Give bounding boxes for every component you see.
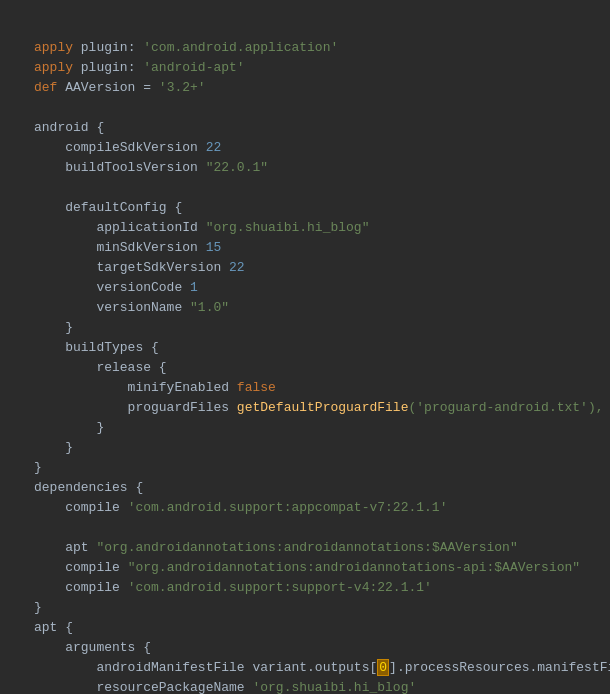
token: apply — [34, 40, 73, 55]
token: "22.0.1" — [206, 160, 268, 175]
line-content: android { — [30, 119, 610, 137]
line-content: minSdkVersion 15 — [30, 239, 610, 257]
token: 'org.shuaibi.hi_blog' — [252, 680, 416, 694]
token: versionName — [34, 300, 190, 315]
code-line: } — [0, 458, 610, 478]
code-line: } — [0, 418, 610, 438]
code-line — [0, 178, 610, 198]
line-content — [30, 519, 610, 537]
code-line: apt { — [0, 618, 610, 638]
token: release — [34, 360, 159, 375]
line-content: } — [30, 599, 610, 617]
code-line: proguardFiles getDefaultProguardFile('pr… — [0, 398, 610, 418]
line-content: compile 'com.android.support:support-v4:… — [30, 579, 610, 597]
token: { — [65, 620, 73, 635]
line-content: applicationId "org.shuaibi.hi_blog" — [30, 219, 610, 237]
line-content: targetSdkVersion 22 — [30, 259, 610, 277]
token: } — [34, 600, 42, 615]
line-content: apt { — [30, 619, 610, 637]
token: .outputs[ — [307, 660, 377, 675]
token: 15 — [206, 240, 222, 255]
code-editor: apply plugin: 'com.android.application'a… — [0, 0, 610, 694]
line-content: arguments { — [30, 639, 610, 657]
line-content: def AAVersion = '3.2+' — [30, 79, 610, 97]
token: arguments — [34, 640, 143, 655]
token: } — [34, 420, 104, 435]
token: plugin — [73, 40, 128, 55]
token: compile — [34, 560, 128, 575]
token: defaultConfig — [34, 200, 174, 215]
token: apt — [34, 540, 96, 555]
line-content: } — [30, 459, 610, 477]
line-content: compile "org.androidannotations:androida… — [30, 559, 610, 577]
token: { — [159, 360, 167, 375]
code-line: dependencies { — [0, 478, 610, 498]
code-line: compile "org.androidannotations:androida… — [0, 558, 610, 578]
token: 1 — [190, 280, 198, 295]
line-content: release { — [30, 359, 610, 377]
code-line: versionName "1.0" — [0, 298, 610, 318]
code-line: resourcePackageName 'org.shuaibi.hi_blog… — [0, 678, 610, 694]
token: android — [34, 120, 89, 135]
line-content: buildToolsVersion "22.0.1" — [30, 159, 610, 177]
line-content: androidManifestFile variant.outputs[0].p… — [30, 659, 610, 677]
token: false — [237, 380, 276, 395]
token: 'com.android.support:support-v4:22.1.1' — [128, 580, 432, 595]
line-content: proguardFiles getDefaultProguardFile('pr… — [30, 399, 610, 417]
line-content — [30, 99, 610, 117]
line-content: buildTypes { — [30, 339, 610, 357]
token: { — [143, 640, 151, 655]
token: apt — [34, 620, 65, 635]
code-line: versionCode 1 — [0, 278, 610, 298]
code-line: arguments { — [0, 638, 610, 658]
token: getDefaultProguardFile — [237, 400, 409, 415]
token: compile — [34, 580, 128, 595]
token: targetSdkVersion — [34, 260, 229, 275]
token: minifyEnabled — [34, 380, 237, 395]
token: = — [143, 80, 159, 95]
token: "org.androidannotations:androidannotatio… — [128, 560, 580, 575]
code-line: targetSdkVersion 22 — [0, 258, 610, 278]
token: dependencies — [34, 480, 135, 495]
token: proguardFiles — [34, 400, 237, 415]
token: '3.2+' — [159, 80, 206, 95]
line-content: apply plugin: 'android-apt' — [30, 59, 610, 77]
code-line: buildTypes { — [0, 338, 610, 358]
token: compileSdkVersion — [34, 140, 206, 155]
token: versionCode — [34, 280, 190, 295]
line-content: resourcePackageName 'org.shuaibi.hi_blog… — [30, 679, 610, 694]
code-line — [0, 518, 610, 538]
line-content: } — [30, 319, 610, 337]
code-line: minSdkVersion 15 — [0, 238, 610, 258]
token: "org.androidannotations:androidannotatio… — [96, 540, 517, 555]
line-content: versionCode 1 — [30, 279, 610, 297]
token: } — [34, 440, 73, 455]
code-line: buildToolsVersion "22.0.1" — [0, 158, 610, 178]
line-content: minifyEnabled false — [30, 379, 610, 397]
code-line — [0, 98, 610, 118]
token: androidManifestFile — [34, 660, 252, 675]
line-content: } — [30, 419, 610, 437]
token: { — [151, 340, 159, 355]
token: "org.shuaibi.hi_blog" — [206, 220, 370, 235]
token: { — [135, 480, 143, 495]
code-line: androidManifestFile variant.outputs[0].p… — [0, 658, 610, 678]
line-content: compile 'com.android.support:appcompat-v… — [30, 499, 610, 517]
code-line: android { — [0, 118, 610, 138]
token: AAVersion — [57, 80, 143, 95]
token: 0 — [377, 659, 389, 676]
line-content: dependencies { — [30, 479, 610, 497]
token: minSdkVersion — [34, 240, 206, 255]
token: } — [34, 460, 42, 475]
code-line: release { — [0, 358, 610, 378]
line-content: compileSdkVersion 22 — [30, 139, 610, 157]
token: compile — [34, 500, 128, 515]
token: applicationId — [34, 220, 206, 235]
token: apply — [34, 60, 73, 75]
line-content: apply plugin: 'com.android.application' — [30, 39, 610, 57]
code-line: apply plugin: 'com.android.application' — [0, 38, 610, 58]
token: def — [34, 80, 57, 95]
line-content: versionName "1.0" — [30, 299, 610, 317]
token: plugin — [73, 60, 128, 75]
token: 'com.android.application' — [143, 40, 338, 55]
